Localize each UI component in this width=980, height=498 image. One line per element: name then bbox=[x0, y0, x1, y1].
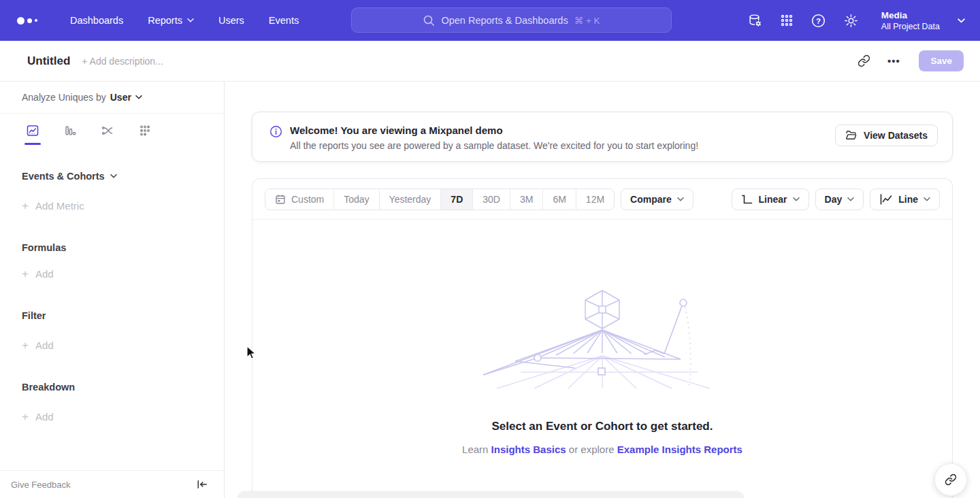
range-today[interactable]: Today bbox=[334, 189, 379, 210]
project-scope: All Project Data bbox=[881, 21, 940, 32]
help-icon[interactable]: ? bbox=[811, 13, 826, 29]
empty-state-title: Select an Event or Cohort to get started… bbox=[492, 420, 713, 433]
range-6m[interactable]: 6M bbox=[543, 189, 576, 210]
chart-type-label: Line bbox=[898, 194, 918, 205]
demo-welcome-banner: Welcome! You are viewing a Mixpanel demo… bbox=[252, 112, 953, 162]
analyze-uniques-row: Analyze Uniques by User bbox=[0, 82, 224, 114]
section-label: Formulas bbox=[22, 242, 66, 253]
nav-item-label: Reports bbox=[148, 15, 182, 26]
scatter-chart-tab-icon bbox=[138, 124, 152, 137]
tab-scatter-chart[interactable] bbox=[134, 124, 156, 151]
range-12m[interactable]: 12M bbox=[576, 189, 614, 210]
analyze-by-value: User bbox=[110, 92, 131, 103]
report-actions: ••• Save bbox=[852, 50, 964, 73]
range-7d[interactable]: 7D bbox=[441, 189, 473, 210]
project-switcher[interactable]: Media All Project Data bbox=[881, 10, 965, 32]
range-30d[interactable]: 30D bbox=[473, 189, 510, 210]
range-custom[interactable]: Custom bbox=[265, 189, 334, 210]
share-link-fab[interactable] bbox=[934, 463, 967, 496]
example-insights-reports-link[interactable]: Example Insights Reports bbox=[617, 444, 742, 455]
banner-body: All the reports you see are powered by a… bbox=[290, 140, 698, 151]
svg-text:?: ? bbox=[816, 16, 821, 24]
analyze-by-dropdown[interactable]: User bbox=[110, 92, 142, 103]
global-search-input[interactable]: Open Reports & Dashboards ⌘ + K bbox=[351, 7, 672, 33]
scale-dropdown[interactable]: Linear bbox=[732, 188, 809, 210]
add-metric-button[interactable]: + Add Metric bbox=[0, 200, 224, 212]
nav-item-label: Dashboards bbox=[70, 15, 123, 26]
date-range-selector: Custom Today Yesterday 7D 30D 3M 6M 12M bbox=[265, 188, 615, 210]
collapse-sidebar-icon[interactable] bbox=[197, 480, 208, 489]
project-name: Media bbox=[881, 10, 940, 21]
range-label: Custom bbox=[291, 194, 324, 205]
add-breakdown-button[interactable]: + Add bbox=[0, 411, 224, 422]
report-description-field[interactable]: + Add description... bbox=[82, 56, 163, 67]
link-icon bbox=[945, 474, 957, 486]
line-chart-tab-icon bbox=[26, 124, 39, 137]
report-header: Untitled + Add description... ••• Save bbox=[0, 41, 980, 82]
add-formula-label: Add bbox=[35, 268, 54, 280]
add-formula-button[interactable]: + Add bbox=[0, 268, 224, 280]
learn-prefix: Learn bbox=[462, 444, 488, 455]
compare-label: Compare bbox=[630, 194, 672, 205]
chevron-down-icon bbox=[187, 18, 194, 22]
query-builder-sidebar: Analyze Uniques by User bbox=[0, 82, 225, 498]
range-yesterday[interactable]: Yesterday bbox=[380, 189, 442, 210]
chevron-down-icon bbox=[924, 197, 930, 201]
events-cohorts-section-title[interactable]: Events & Cohorts bbox=[0, 171, 224, 182]
range-3m[interactable]: 3M bbox=[510, 189, 543, 210]
tab-flow-chart[interactable] bbox=[97, 124, 118, 151]
tab-insights-line[interactable] bbox=[22, 124, 44, 151]
chevron-down-icon bbox=[793, 197, 800, 201]
chevron-down-icon bbox=[135, 95, 142, 99]
nav-item-label: Users bbox=[218, 15, 244, 26]
give-feedback-link[interactable]: Give Feedback bbox=[11, 480, 70, 490]
chart-type-tabs bbox=[0, 114, 224, 153]
range-label: 12M bbox=[586, 194, 604, 205]
search-shortcut: ⌘ + K bbox=[574, 15, 600, 26]
nav-right-group: ? Media All Project Data bbox=[747, 0, 965, 41]
more-options-icon[interactable]: ••• bbox=[882, 50, 905, 73]
plus-icon: + bbox=[22, 200, 29, 212]
range-label: Yesterday bbox=[389, 194, 431, 205]
connector-text: or explore bbox=[569, 444, 615, 455]
range-label: Today bbox=[344, 194, 369, 205]
insights-report-card: Custom Today Yesterday 7D 30D 3M 6M 12M … bbox=[252, 178, 953, 498]
nav-item-reports[interactable]: Reports bbox=[148, 15, 194, 26]
add-filter-button[interactable]: + Add bbox=[0, 339, 224, 351]
view-datasets-label: View Datasets bbox=[864, 130, 928, 141]
chevron-down-icon bbox=[847, 197, 854, 201]
mixpanel-logo-icon[interactable] bbox=[17, 17, 47, 24]
bar-chart-tab-icon bbox=[63, 124, 77, 137]
chart-type-dropdown[interactable]: Line bbox=[870, 188, 940, 210]
plus-icon: + bbox=[22, 411, 29, 422]
search-placeholder: Open Reports & Dashboards bbox=[441, 15, 568, 26]
chevron-down-icon bbox=[958, 18, 965, 23]
view-datasets-button[interactable]: View Datasets bbox=[835, 124, 938, 146]
nav-item-users[interactable]: Users bbox=[218, 15, 244, 26]
data-management-icon[interactable] bbox=[747, 13, 763, 29]
range-label: 3M bbox=[520, 194, 533, 205]
nav-item-dashboards[interactable]: Dashboards bbox=[70, 15, 123, 26]
section-label: Filter bbox=[22, 310, 46, 321]
chevron-down-icon bbox=[677, 197, 684, 201]
empty-state-illustration bbox=[473, 288, 732, 390]
nav-item-events[interactable]: Events bbox=[269, 15, 299, 26]
save-button[interactable]: Save bbox=[919, 50, 964, 71]
bottom-panel-edge[interactable] bbox=[237, 491, 745, 498]
plus-icon: + bbox=[22, 339, 29, 351]
nav-item-label: Events bbox=[269, 15, 299, 26]
insights-basics-link[interactable]: Insights Basics bbox=[491, 444, 566, 455]
search-icon bbox=[423, 14, 435, 27]
analyze-label: Analyze Uniques by bbox=[22, 92, 106, 103]
copy-link-icon[interactable] bbox=[852, 50, 875, 73]
interval-dropdown[interactable]: Day bbox=[815, 188, 864, 210]
folder-icon bbox=[845, 129, 858, 142]
compare-dropdown[interactable]: Compare bbox=[621, 188, 693, 210]
tab-bar-chart[interactable] bbox=[59, 124, 81, 151]
settings-gear-icon[interactable] bbox=[843, 13, 859, 29]
plus-icon: + bbox=[22, 268, 29, 280]
apps-grid-icon[interactable] bbox=[780, 14, 794, 27]
report-title[interactable]: Untitled bbox=[27, 54, 70, 68]
chart-controls-bar: Custom Today Yesterday 7D 30D 3M 6M 12M … bbox=[252, 179, 952, 220]
chart-display-controls: Linear Day Line bbox=[725, 188, 940, 210]
